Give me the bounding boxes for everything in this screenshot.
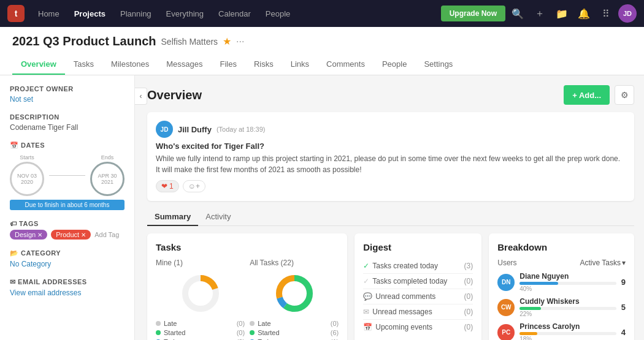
project-title: 2021 Q3 Product Launch — [12, 34, 156, 48]
comment-time: (Today at 18:39) — [217, 126, 266, 133]
user-row-diane: DN Diane Nguyen 40% 9 — [497, 272, 626, 292]
tab-overview[interactable]: Overview — [12, 55, 65, 75]
date-line — [49, 175, 85, 176]
sub-tabs: Summary Activity — [147, 208, 634, 226]
tasks-panel: Tasks Mine (1) — [147, 233, 347, 340]
user-bar-cuddly — [519, 307, 541, 310]
all-column-title: All Tasks (22) — [250, 259, 339, 267]
subtab-summary[interactable]: Summary — [147, 208, 198, 226]
nav-projects[interactable]: Projects — [68, 7, 112, 21]
check-icon: ✓ — [363, 262, 369, 270]
digest-panel-title: Digest — [363, 242, 473, 252]
start-label: Starts — [10, 154, 44, 161]
start-year: 2020 — [21, 179, 33, 185]
user-pct-cuddly: 22% — [519, 311, 616, 317]
breakdown-panel: Breakdown Users Active Tasks ▾ DN Diane … — [489, 233, 634, 340]
project-tabs: Overview Tasks Milestones Messages Files… — [12, 55, 632, 75]
tab-comments[interactable]: Comments — [318, 55, 374, 75]
collapse-sidebar-button[interactable]: ‹ — [135, 88, 147, 105]
mine-task-late: Late (0) — [156, 320, 245, 327]
tab-tasks[interactable]: Tasks — [65, 55, 102, 75]
tab-risks[interactable]: Risks — [245, 55, 282, 75]
dates-label: 📅 Dates — [10, 142, 125, 149]
tab-messages[interactable]: Messages — [158, 55, 211, 75]
breakdown-header: Users Active Tasks ▾ — [497, 259, 626, 267]
tag-design[interactable]: Design ✕ — [10, 230, 47, 240]
all-task-late: Late (0) — [250, 320, 339, 327]
settings-gear-button[interactable]: ⚙ — [615, 85, 634, 105]
tab-people[interactable]: People — [374, 55, 415, 75]
nav-home[interactable]: Home — [32, 7, 66, 21]
subtab-activity[interactable]: Activity — [198, 208, 238, 226]
digest-unread-comments: 💬 Unread comments (0) — [363, 289, 473, 304]
add-button[interactable]: + Add... — [564, 85, 610, 105]
end-date-circle: APR 30 2021 — [90, 162, 125, 196]
remove-product-tag[interactable]: ✕ — [81, 232, 86, 238]
grid-icon[interactable]: ⠿ — [596, 4, 616, 23]
tasks-all-column: All Tasks (22) — [250, 259, 339, 340]
email-link[interactable]: View email addresses — [10, 289, 125, 297]
heart-reaction-button[interactable]: ❤ 1 — [156, 180, 179, 192]
end-year: 2021 — [101, 179, 113, 185]
upgrade-button[interactable]: Upgrade Now — [441, 6, 505, 21]
all-task-started: Started (6) — [250, 329, 339, 336]
owner-value[interactable]: Not set — [10, 95, 125, 104]
tab-files[interactable]: Files — [211, 55, 245, 75]
app-logo[interactable]: t — [7, 5, 25, 22]
due-bar: Due to finish in about 6 months — [10, 200, 125, 210]
nav-calendar[interactable]: Calendar — [212, 7, 257, 21]
category-label: 📂 Category — [10, 249, 125, 257]
sidebar-tags-section: 🏷 Tags Design ✕ Product ✕ Add Tag — [10, 220, 125, 240]
nav-people[interactable]: People — [259, 7, 296, 21]
category-value[interactable]: No Category — [10, 260, 125, 268]
notification-icon[interactable]: 🔔 — [574, 4, 594, 23]
mine-column-title: Mine (1) — [156, 259, 245, 267]
tab-settings[interactable]: Settings — [415, 55, 461, 75]
add-tag-button[interactable]: Add Tag — [94, 231, 119, 238]
check-icon-2: ✓ — [363, 277, 369, 285]
sidebar-email-section: ✉ Email Addresses View email addresses — [10, 278, 125, 297]
sidebar: Project Owner Not set Description Codena… — [0, 75, 135, 340]
nav-planning[interactable]: Planning — [114, 7, 158, 21]
user-row-princess: PC Princess Carolyn 18% 4 — [497, 322, 626, 340]
sort-button[interactable]: Active Tasks ▾ — [580, 259, 626, 267]
digest-items-list: ✓ Tasks created today (3) ✓ Tasks comple… — [363, 259, 473, 334]
mine-task-started: Started (0) — [156, 329, 245, 336]
remove-design-tag[interactable]: ✕ — [37, 232, 42, 238]
user-row-cuddly: CW Cuddly Whiskers 22% 5 — [497, 297, 626, 317]
add-reaction-button[interactable]: ☺+ — [183, 180, 205, 192]
nav-everything[interactable]: Everything — [160, 7, 210, 21]
tab-milestones[interactable]: Milestones — [102, 55, 158, 75]
add-icon[interactable]: ＋ — [530, 4, 550, 23]
tasks-panel-title: Tasks — [156, 242, 339, 252]
sidebar-category-section: 📂 Category No Category — [10, 249, 125, 268]
search-icon[interactable]: 🔍 — [508, 4, 527, 23]
description-label: Description — [10, 113, 125, 121]
comment-title: Who's excited for Tiger Fall? — [156, 142, 626, 151]
tag-product[interactable]: Product ✕ — [51, 230, 91, 240]
folder-icon[interactable]: 📁 — [552, 4, 572, 23]
content-header: Overview + Add... ⚙ — [147, 85, 634, 105]
content-header-actions: + Add... ⚙ — [564, 85, 634, 105]
user-bar-diane — [519, 282, 558, 285]
owner-label: Project Owner — [10, 85, 125, 93]
user-avatar[interactable]: JD — [618, 4, 637, 23]
star-icon[interactable]: ★ — [223, 36, 231, 47]
content-title: Overview — [147, 88, 202, 102]
users-label: Users — [497, 259, 516, 267]
user-count-cuddly: 5 — [621, 303, 626, 312]
user-pct-diane: 40% — [519, 285, 616, 292]
sidebar-owner-section: Project Owner Not set — [10, 85, 125, 104]
content-inner: Overview + Add... ⚙ JD Jill Duffy (Today… — [135, 75, 644, 340]
start-date-circle: NOV 03 2020 — [10, 162, 44, 196]
all-donut — [250, 272, 339, 315]
user-avatar-cuddly: CW — [497, 299, 515, 316]
end-label: Ends — [90, 154, 125, 161]
comment-actions: ❤ 1 ☺+ — [156, 180, 626, 192]
more-options-icon[interactable]: ··· — [236, 36, 244, 47]
dates-row: Starts NOV 03 2020 Ends APR 30 2021 — [10, 154, 125, 196]
top-navigation: t Home Projects Planning Everything Cale… — [0, 0, 644, 27]
tab-links[interactable]: Links — [282, 55, 318, 75]
mine-donut — [156, 272, 245, 315]
commenter-name: Jill Duffy — [178, 125, 212, 134]
